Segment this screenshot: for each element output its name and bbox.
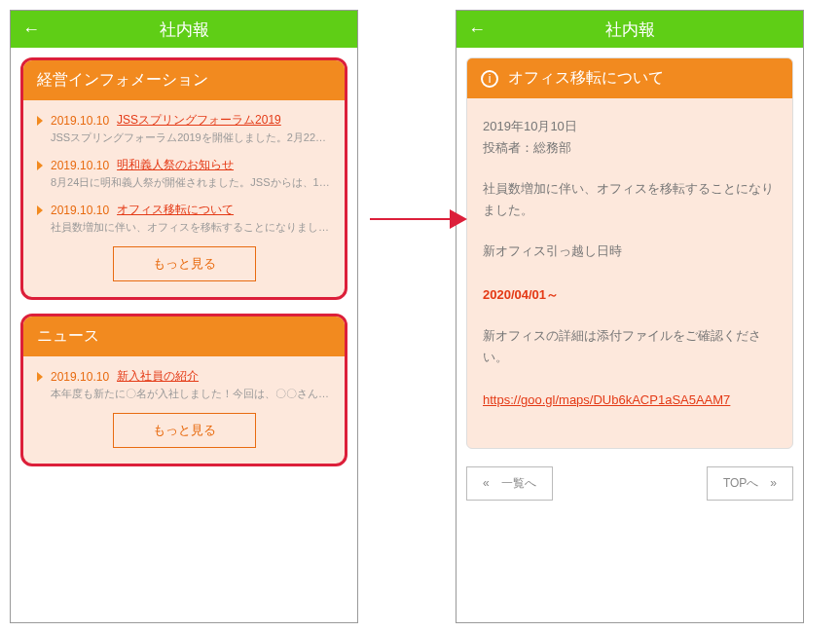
more-button[interactable]: もっと見る <box>113 413 256 448</box>
section-news: ニュース 2019.10.10 新入社員の紹介 本年度も新たに〇名が入社しました… <box>20 314 347 466</box>
item-title-link[interactable]: 新入社員の紹介 <box>117 368 199 385</box>
section-header: ニュース <box>23 316 345 356</box>
detail-nav: « 一覧へ TOPへ » <box>466 466 793 501</box>
header-title: 社内報 <box>160 19 209 41</box>
item-title-link[interactable]: オフィス移転について <box>117 202 234 218</box>
item-desc: JSSスプリングフォーラム2019を開催しました。2月22日(… <box>51 130 331 145</box>
app-header: ← 社内報 <box>457 11 803 48</box>
more-button[interactable]: もっと見る <box>113 246 256 281</box>
list-item: 2019.10.10 JSSスプリングフォーラム2019 JSSスプリングフォー… <box>37 112 331 145</box>
bullet-icon <box>37 116 43 126</box>
list-item: 2019.10.10 オフィス移転について 社員数増加に伴い、オフィスを移転する… <box>37 202 331 235</box>
item-desc: 社員数増加に伴い、オフィスを移転することになりました… <box>51 220 331 235</box>
phone-right: ← 社内報 i オフィス移転について 2019年10月10日 投稿者：総務部 社… <box>456 10 804 623</box>
bullet-icon <box>37 372 43 382</box>
detail-paragraph: 新オフィスの詳細は添付ファイルをご確認ください。 <box>483 328 761 364</box>
bullet-icon <box>37 205 43 215</box>
list-item: 2019.10.10 明和義人祭のお知らせ 8月24日に明和義人祭が開催されまし… <box>37 157 331 190</box>
back-icon[interactable]: ← <box>22 19 40 40</box>
detail-body: 2019年10月10日 投稿者：総務部 社員数増加に伴い、オフィスを移転すること… <box>467 98 792 448</box>
detail-subhead: 新オフィス引っ越し日時 <box>483 243 622 258</box>
detail-title: オフィス移転について <box>508 68 664 89</box>
detail-header: i オフィス移転について <box>467 58 792 98</box>
detail-author: 投稿者：総務部 <box>483 140 571 155</box>
detail-card: i オフィス移転について 2019年10月10日 投稿者：総務部 社員数増加に伴… <box>466 57 793 449</box>
item-title-link[interactable]: JSSスプリングフォーラム2019 <box>117 112 281 129</box>
list-item: 2019.10.10 新入社員の紹介 本年度も新たに〇名が入社しました！今回は、… <box>37 368 331 401</box>
item-date: 2019.10.10 <box>51 204 109 217</box>
item-desc: 8月24日に明和義人祭が開催されました。JSSからは、11… <box>51 175 331 190</box>
header-title: 社内報 <box>605 19 655 41</box>
detail-paragraph: 社員数増加に伴い、オフィスを移転することになりました。 <box>483 178 777 221</box>
detail-highlight-date: 2020/04/01～ <box>483 287 559 302</box>
bullet-icon <box>37 161 43 170</box>
item-date: 2019.10.10 <box>51 114 109 128</box>
map-link[interactable]: https://goo.gl/maps/DUb6kACP1aSA5AAM7 <box>483 392 730 407</box>
item-date: 2019.10.10 <box>51 159 109 172</box>
info-icon: i <box>481 70 498 88</box>
item-desc: 本年度も新たに〇名が入社しました！今回は、〇〇さんか… <box>51 387 331 401</box>
section-management-info: 経営インフォメーション 2019.10.10 JSSスプリングフォーラム2019… <box>20 57 347 300</box>
section-header: 経営インフォメーション <box>23 60 345 100</box>
content-body: 経営インフォメーション 2019.10.10 JSSスプリングフォーラム2019… <box>11 48 357 622</box>
content-body: i オフィス移転について 2019年10月10日 投稿者：総務部 社員数増加に伴… <box>457 48 803 622</box>
top-button[interactable]: TOPへ » <box>707 466 793 501</box>
item-date: 2019.10.10 <box>51 370 109 384</box>
detail-date: 2019年10月10日 <box>483 119 577 133</box>
list-back-button[interactable]: « 一覧へ <box>466 466 553 501</box>
item-title-link[interactable]: 明和義人祭のお知らせ <box>117 157 234 173</box>
app-header: ← 社内報 <box>11 11 357 48</box>
phone-left: ← 社内報 経営インフォメーション 2019.10.10 JSSスプリングフォー… <box>10 10 358 623</box>
back-icon[interactable]: ← <box>468 19 486 40</box>
